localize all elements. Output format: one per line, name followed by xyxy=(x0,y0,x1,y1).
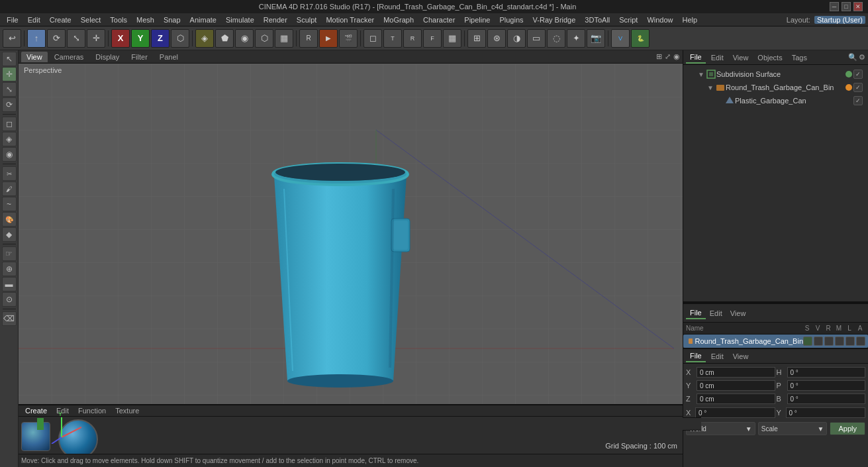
viewport-3d[interactable]: Perspective Grid Spacing : 100 cm xyxy=(19,64,683,454)
toolbar-z-axis[interactable]: Z xyxy=(151,29,169,48)
toolbar-front[interactable]: F xyxy=(423,29,442,48)
om-tab-view[interactable]: View xyxy=(729,52,753,63)
vp-tab-display[interactable]: Display xyxy=(90,52,124,62)
toolbar-x-axis[interactable]: X xyxy=(111,29,130,48)
menu-script[interactable]: Script xyxy=(615,15,642,25)
toolbar-select[interactable]: ✛ xyxy=(87,29,105,48)
item-ctrl-r[interactable] xyxy=(824,337,834,346)
sm-tab-edit[interactable]: Edit xyxy=(706,308,726,319)
y-pos-input[interactable]: 0 cm xyxy=(697,380,775,391)
om-tab-tags[interactable]: Tags xyxy=(788,52,811,63)
menu-animate[interactable]: Animate xyxy=(186,15,220,25)
lt-grab[interactable]: ☞ xyxy=(2,246,17,261)
menu-edit[interactable]: Edit xyxy=(24,15,44,25)
toolbar-poly-mode[interactable]: ⬡ xyxy=(255,29,273,48)
lt-erase[interactable]: ⌫ xyxy=(2,311,17,326)
obj-check2[interactable]: ✓ xyxy=(853,96,863,105)
lt-paint[interactable]: 🎨 xyxy=(2,212,17,227)
obj-check0[interactable]: ✓ xyxy=(853,70,863,79)
toolbar-undo[interactable]: ↩ xyxy=(3,29,21,48)
toolbar-measure[interactable]: ⊛ xyxy=(487,29,506,48)
vp-tab-cameras[interactable]: Cameras xyxy=(49,52,89,62)
lt-select[interactable]: ↖ xyxy=(2,52,17,66)
toolbar-world[interactable]: ⬡ xyxy=(171,29,189,48)
apply-button[interactable]: Apply xyxy=(830,422,865,435)
lt-brush[interactable]: 🖌 xyxy=(2,182,17,196)
toolbar-scale[interactable]: ⤡ xyxy=(67,29,85,48)
win-minimize[interactable]: ─ xyxy=(830,2,839,11)
second-manager-item[interactable]: Round_Trash_Garbage_Can_Bin xyxy=(683,335,868,348)
om-tab-edit[interactable]: Edit xyxy=(707,52,728,63)
om-tab-file[interactable]: File xyxy=(686,52,706,64)
attr-tab-edit[interactable]: Edit xyxy=(707,351,728,362)
menu-snap[interactable]: Snap xyxy=(160,15,185,25)
h-rot-input[interactable]: 0 ° xyxy=(787,367,866,378)
lt-knife[interactable]: ✂ xyxy=(2,166,17,181)
toolbar-view-shading[interactable]: ◑ xyxy=(507,29,526,48)
item-ctrl-l[interactable] xyxy=(845,337,855,346)
om-icon-search[interactable]: 🔍 xyxy=(848,53,857,62)
menu-select[interactable]: Select xyxy=(77,15,105,25)
toolbar-object-mode[interactable]: ◈ xyxy=(195,29,214,48)
menu-plugins[interactable]: Plugins xyxy=(495,15,527,25)
tree-item-subdivision[interactable]: ▼ Subdivision Surface ✓ xyxy=(686,68,865,81)
vp-tab-view[interactable]: View xyxy=(21,52,48,62)
sm-tab-view[interactable]: View xyxy=(726,308,750,319)
item-ctrl-a[interactable] xyxy=(856,337,865,346)
sx-input[interactable]: 0 ° xyxy=(695,407,775,418)
sm-tab-file[interactable]: File xyxy=(686,307,706,319)
toolbar-python[interactable]: 🐍 xyxy=(631,29,650,48)
sy-input[interactable]: 0 ° xyxy=(786,407,866,418)
toolbar-point-mode[interactable]: ⬟ xyxy=(215,29,234,48)
vp-tab-panel[interactable]: Panel xyxy=(154,52,183,62)
toolbar-edge-mode[interactable]: ◉ xyxy=(235,29,254,48)
obj-check1[interactable]: ✓ xyxy=(853,83,863,92)
om-icon-gear[interactable]: ⚙ xyxy=(859,53,865,62)
om-tab-objects[interactable]: Objects xyxy=(753,52,786,63)
item-ctrl-m[interactable] xyxy=(835,337,844,346)
win-close[interactable]: ✕ xyxy=(853,2,863,11)
win-maximize[interactable]: □ xyxy=(842,2,851,11)
menu-motion-tracker[interactable]: Motion Tracker xyxy=(322,15,378,25)
toolbar-right[interactable]: R xyxy=(403,29,422,48)
item-ctrl-v[interactable] xyxy=(814,337,823,346)
vp-ctrl-2[interactable]: ⤢ xyxy=(665,52,671,61)
toolbar-sky[interactable]: ◌ xyxy=(547,29,565,48)
toolbar-render-active[interactable]: ▶ xyxy=(319,29,338,48)
menu-file[interactable]: File xyxy=(3,15,23,25)
toolbar-y-axis[interactable]: Y xyxy=(131,29,150,48)
lt-point[interactable]: ◉ xyxy=(2,147,17,162)
toolbar-floor[interactable]: ▭ xyxy=(527,29,546,48)
layout-value[interactable]: Startup (User) xyxy=(814,16,865,24)
menu-tools[interactable]: Tools xyxy=(106,15,131,25)
menu-mesh[interactable]: Mesh xyxy=(132,15,158,25)
lt-smooth[interactable]: ~ xyxy=(2,197,17,211)
menu-mograph[interactable]: MoGraph xyxy=(379,15,418,25)
menu-help[interactable]: Help xyxy=(679,15,702,25)
lt-rotate[interactable]: ⟳ xyxy=(2,97,17,112)
toolbar-snap[interactable]: ⊞ xyxy=(467,29,486,48)
tree-item-plastic[interactable]: ▼ Plastic_Garbage_Can ✓ xyxy=(686,94,865,107)
lt-scale[interactable]: ⤡ xyxy=(2,82,17,97)
menu-create[interactable]: Create xyxy=(46,15,75,25)
scale-dropdown[interactable]: Scale ▼ xyxy=(758,422,828,435)
lt-wax[interactable]: ⊙ xyxy=(2,292,17,307)
menu-character[interactable]: Character xyxy=(419,15,459,25)
toolbar-4view[interactable]: ▦ xyxy=(443,29,461,48)
b-rot-input[interactable]: 0 ° xyxy=(787,393,866,404)
toolbar-uvw-mode[interactable]: ▦ xyxy=(275,29,293,48)
lt-move[interactable]: ✛ xyxy=(2,67,17,81)
menu-vray[interactable]: V-Ray Bridge xyxy=(529,15,580,25)
lt-poly[interactable]: ◻ xyxy=(2,117,17,131)
toolbar-render-picture[interactable]: 🎬 xyxy=(339,29,358,48)
vp-tab-filter[interactable]: Filter xyxy=(126,52,152,62)
x-pos-input[interactable]: 0 cm xyxy=(697,367,775,378)
menu-window[interactable]: Window xyxy=(643,15,677,25)
toolbar-rotate[interactable]: ⟳ xyxy=(47,29,66,48)
toolbar-move[interactable]: ↑ xyxy=(27,29,46,48)
tree-arrow1[interactable]: ▼ xyxy=(707,84,715,91)
z-pos-input[interactable]: 0 cm xyxy=(697,393,775,404)
menu-sculpt[interactable]: Sculpt xyxy=(293,15,321,25)
menu-3dtoall[interactable]: 3DToAll xyxy=(581,15,614,25)
vp-ctrl-3[interactable]: ◉ xyxy=(673,52,680,61)
